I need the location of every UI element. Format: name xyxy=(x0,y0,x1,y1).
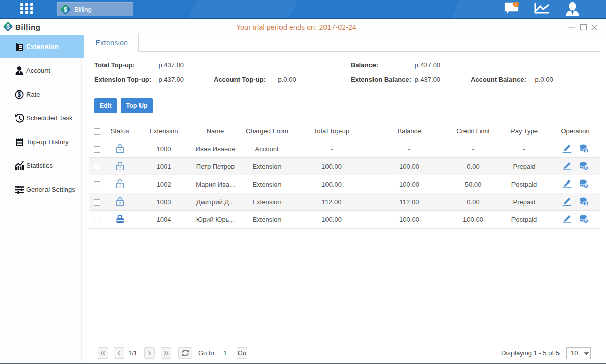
svg-text:$: $ xyxy=(64,6,68,13)
svg-text:$: $ xyxy=(18,91,21,98)
svg-text:!: ! xyxy=(515,2,517,7)
